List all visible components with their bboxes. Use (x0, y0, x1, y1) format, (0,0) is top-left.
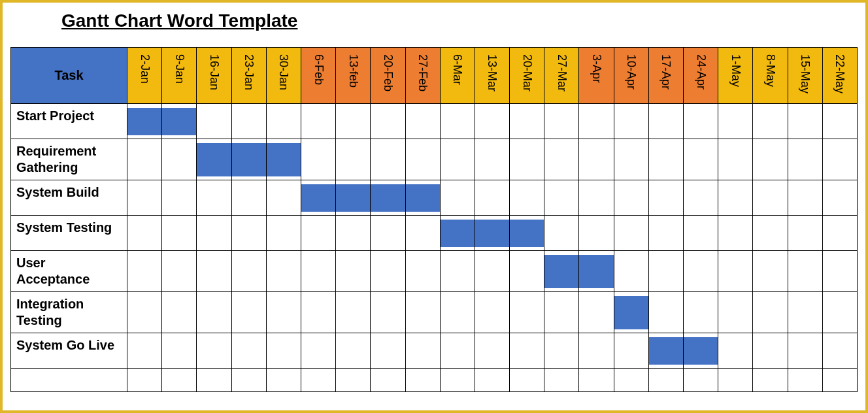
gantt-cell (684, 216, 718, 251)
gantt-cell (231, 333, 266, 369)
gantt-cell (753, 333, 788, 369)
gantt-cell (475, 104, 509, 139)
task-name-cell: System Testing (11, 216, 127, 251)
gantt-cell (544, 292, 579, 333)
date-header: 23-Jan (231, 48, 266, 104)
gantt-cell (753, 139, 788, 180)
gantt-cell (197, 333, 231, 369)
date-label: 2-Jan (138, 54, 152, 84)
gantt-cell (718, 139, 753, 180)
gantt-cell (718, 369, 753, 392)
gantt-cell (718, 333, 753, 369)
table-row: User Acceptance (11, 251, 858, 292)
date-header: 17-Apr (648, 48, 683, 104)
table-row (11, 369, 858, 392)
gantt-cell (405, 292, 440, 333)
gantt-cell (405, 333, 440, 369)
gantt-cell (579, 139, 614, 180)
gantt-cell (127, 369, 162, 392)
gantt-cell (684, 139, 718, 180)
table-row: System Go Live (11, 333, 858, 369)
gantt-cell (718, 104, 753, 139)
gantt-cell (788, 251, 822, 292)
gantt-cell (127, 292, 162, 333)
gantt-cell (614, 251, 648, 292)
gantt-cell (475, 292, 509, 333)
gantt-cell (266, 333, 301, 369)
gantt-cell (648, 333, 683, 369)
gantt-cell (579, 216, 614, 251)
gantt-cell (405, 369, 440, 392)
gantt-cell (718, 180, 753, 216)
gantt-cell (753, 251, 788, 292)
gantt-cell (197, 216, 231, 251)
gantt-cell (788, 104, 822, 139)
date-label: 6-Feb (312, 54, 326, 85)
date-header: 20-Feb (371, 48, 405, 104)
date-header: 27-Mar (544, 48, 579, 104)
gantt-cell (127, 139, 162, 180)
date-label: 20-Mar (520, 54, 534, 91)
gantt-cell (510, 104, 544, 139)
gantt-cell (753, 104, 788, 139)
date-label: 16-Jan (207, 54, 221, 90)
date-header: 13-Mar (475, 48, 509, 104)
gantt-cell (614, 180, 648, 216)
gantt-cell (231, 251, 266, 292)
gantt-cell (266, 292, 301, 333)
gantt-cell (127, 251, 162, 292)
gantt-cell (162, 333, 197, 369)
gantt-cell (822, 216, 857, 251)
gantt-cell (684, 104, 718, 139)
date-header: 1-May (718, 48, 753, 104)
gantt-cell (475, 139, 509, 180)
date-label: 24-Apr (694, 54, 708, 90)
gantt-cell (753, 369, 788, 392)
gantt-cell (788, 180, 822, 216)
task-name-cell: System Go Live (11, 333, 127, 369)
gantt-cell (162, 180, 197, 216)
gantt-cell (197, 369, 231, 392)
gantt-cell (440, 216, 475, 251)
gantt-cell (266, 104, 301, 139)
gantt-cell (544, 369, 579, 392)
gantt-cell (544, 104, 579, 139)
gantt-body: Start ProjectRequirement GatheringSystem… (11, 104, 858, 392)
table-row: Integration Testing (11, 292, 858, 333)
gantt-cell (301, 333, 335, 369)
gantt-cell (197, 139, 231, 180)
date-label: 9-Jan (173, 54, 186, 84)
gantt-cell (371, 333, 405, 369)
date-label: 23-Jan (242, 54, 256, 90)
date-label: 1-May (729, 54, 743, 87)
gantt-cell (266, 180, 301, 216)
gantt-cell (231, 369, 266, 392)
gantt-cell (753, 216, 788, 251)
gantt-cell (648, 104, 683, 139)
gantt-cell (405, 251, 440, 292)
gantt-cell (579, 369, 614, 392)
gantt-cell (718, 216, 753, 251)
gantt-cell (684, 292, 718, 333)
gantt-cell (127, 180, 162, 216)
gantt-cell (788, 292, 822, 333)
gantt-cell (336, 139, 371, 180)
gantt-cell (162, 104, 197, 139)
table-row: System Build (11, 180, 858, 216)
gantt-cell (405, 180, 440, 216)
gantt-cell (301, 139, 335, 180)
gantt-cell (648, 292, 683, 333)
gantt-cell (753, 292, 788, 333)
task-name-cell: Start Project (11, 104, 127, 139)
gantt-cell (301, 369, 335, 392)
gantt-cell (301, 292, 335, 333)
gantt-cell (405, 104, 440, 139)
gantt-cell (614, 216, 648, 251)
gantt-cell (162, 139, 197, 180)
gantt-cell (510, 369, 544, 392)
gantt-cell (475, 180, 509, 216)
date-label: 17-Apr (659, 54, 673, 90)
gantt-cell (266, 139, 301, 180)
gantt-cell (579, 104, 614, 139)
gantt-cell (231, 180, 266, 216)
